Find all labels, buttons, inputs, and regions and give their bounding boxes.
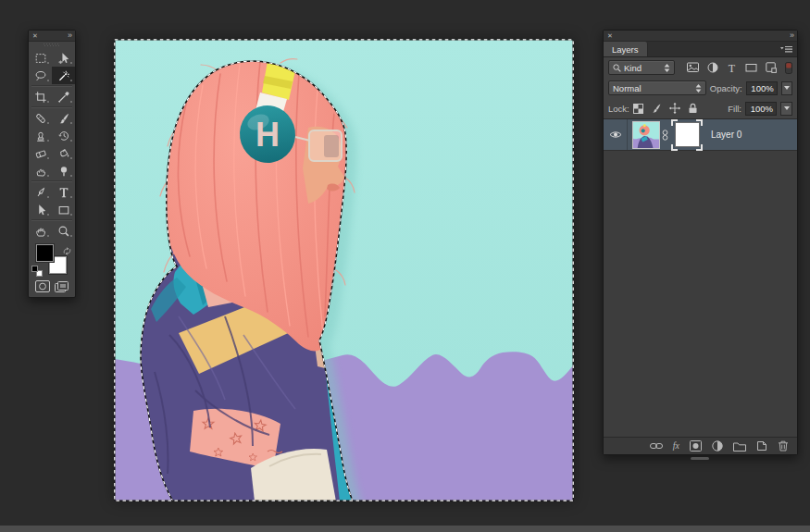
dodge-icon xyxy=(57,165,70,178)
filter-kind-dropdown[interactable]: Kind xyxy=(608,60,675,75)
layer-mask-thumbnail[interactable] xyxy=(670,118,704,152)
spinner-icon xyxy=(664,64,670,72)
history-brush-tool[interactable] xyxy=(52,127,75,144)
add-layer-mask-icon[interactable] xyxy=(690,440,702,452)
lasso-icon xyxy=(34,69,47,82)
new-layer-icon[interactable] xyxy=(756,440,767,452)
tool-group-separator xyxy=(31,106,72,108)
type-tool[interactable] xyxy=(52,183,75,201)
tools-panel-titlebar: ✕ » xyxy=(29,31,75,42)
opacity-label: Opacity: xyxy=(710,83,742,93)
fill-value[interactable]: 100% xyxy=(745,102,777,116)
path-selection-tool[interactable] xyxy=(29,201,52,218)
brush-icon xyxy=(57,112,70,125)
smudge-icon xyxy=(34,165,47,178)
lock-icons xyxy=(633,103,698,114)
history-brush-icon xyxy=(57,130,70,142)
close-icon[interactable]: ✕ xyxy=(32,32,38,39)
eye-icon xyxy=(609,130,622,139)
layers-bottom-bar: fx xyxy=(604,437,797,454)
eyedropper-tool[interactable] xyxy=(52,88,75,105)
rectangular-marquee-icon xyxy=(34,52,47,65)
filter-adjustment-layers-icon[interactable] xyxy=(707,62,718,73)
quick-mask-mode-icon[interactable] xyxy=(35,279,50,296)
filter-type-layers-icon[interactable]: T xyxy=(727,62,737,73)
zoom-tool[interactable] xyxy=(52,222,75,240)
screen-mode-icon[interactable] xyxy=(55,279,69,296)
layers-panel-titlebar: ✕ » xyxy=(604,31,797,42)
tab-layers[interactable]: Layers xyxy=(604,42,648,56)
lasso-tool[interactable] xyxy=(29,67,52,84)
filter-smart-objects-icon[interactable] xyxy=(766,62,777,73)
dodge-tool[interactable] xyxy=(52,162,75,179)
layer-name[interactable]: Layer 0 xyxy=(711,130,741,140)
default-colors-icon[interactable] xyxy=(31,266,43,277)
zoom-icon xyxy=(57,225,70,238)
spinner-icon xyxy=(695,84,702,93)
eraser-tool[interactable] xyxy=(29,144,52,162)
panel-drag-grip[interactable] xyxy=(29,42,75,48)
eyedropper-icon xyxy=(57,91,70,104)
quick-selection-icon xyxy=(57,69,70,82)
lock-position-icon[interactable] xyxy=(669,103,680,114)
fill-dropdown-button[interactable] xyxy=(780,102,792,116)
layer-visibility-toggle[interactable] xyxy=(604,119,628,150)
document-canvas[interactable]: H xyxy=(114,39,574,501)
rectangular-marquee-tool[interactable] xyxy=(29,49,52,67)
collapse-panel-icon[interactable]: » xyxy=(68,31,71,40)
headphone-letter: H xyxy=(255,116,280,154)
tool-group-separator xyxy=(31,85,72,87)
panel-resize-handle[interactable] xyxy=(691,457,709,460)
spot-healing-brush-tool[interactable] xyxy=(29,109,52,127)
filter-shape-layers-icon[interactable] xyxy=(745,62,757,73)
smudge-tool[interactable] xyxy=(29,162,52,179)
blend-mode-dropdown[interactable]: Normal xyxy=(608,80,706,95)
filter-toggle-switch[interactable] xyxy=(785,62,792,74)
lock-label: Lock: xyxy=(608,104,629,114)
layer-row[interactable]: Layer 0 xyxy=(604,119,797,151)
clone-stamp-tool[interactable] xyxy=(29,127,52,144)
filter-type-icons: T xyxy=(687,62,792,74)
lock-transparency-icon[interactable] xyxy=(633,104,643,114)
tools-panel: ✕ » xyxy=(28,30,76,298)
move-tool[interactable] xyxy=(52,49,75,67)
new-group-icon[interactable] xyxy=(733,441,746,452)
fill-label: Fill: xyxy=(728,104,741,114)
layer-style-icon[interactable]: fx xyxy=(673,441,679,451)
mask-link-icon[interactable] xyxy=(662,130,668,141)
layers-panel: ✕ » Layers Kind T Normal Op xyxy=(603,30,798,455)
lock-all-icon[interactable] xyxy=(688,103,698,114)
filter-kind-label: Kind xyxy=(624,63,642,73)
brush-tool[interactable] xyxy=(52,109,75,127)
search-icon xyxy=(613,64,621,72)
filter-pixel-layers-icon[interactable] xyxy=(687,62,699,73)
paint-bucket-tool[interactable] xyxy=(52,144,75,162)
opacity-dropdown-button[interactable] xyxy=(781,81,792,95)
layer-thumbnail[interactable] xyxy=(632,121,660,149)
new-adjustment-layer-icon[interactable] xyxy=(712,440,723,452)
color-swatches xyxy=(29,241,75,278)
collapse-panel-icon[interactable]: » xyxy=(790,31,793,40)
close-icon[interactable]: ✕ xyxy=(607,32,613,39)
layer-list: Layer 0 xyxy=(604,118,797,437)
opacity-value[interactable]: 100% xyxy=(746,81,778,95)
delete-layer-icon[interactable] xyxy=(778,440,789,452)
photoshop-workspace: { "titlebar": { "close_glyph": "✕", "col… xyxy=(0,0,810,532)
tool-group-separator xyxy=(31,180,72,182)
link-layers-icon[interactable] xyxy=(650,442,663,450)
pen-tool[interactable] xyxy=(29,183,52,201)
foreground-color-swatch[interactable] xyxy=(36,244,54,262)
lock-pixels-icon[interactable] xyxy=(651,103,662,114)
swap-colors-icon[interactable] xyxy=(63,242,71,259)
lock-row: Lock: Fill: 100% xyxy=(604,98,797,118)
panel-menu-icon[interactable] xyxy=(780,42,797,56)
crop-tool[interactable] xyxy=(29,88,52,105)
quick-selection-tool[interactable] xyxy=(52,67,75,84)
taskbar-strip xyxy=(0,526,810,532)
hand-tool[interactable] xyxy=(29,222,52,240)
blend-mode-value: Normal xyxy=(613,83,642,93)
blend-mode-row: Normal Opacity: 100% xyxy=(604,78,797,98)
crop-icon xyxy=(34,91,47,104)
paint-bucket-icon xyxy=(57,147,70,160)
rectangle-tool[interactable] xyxy=(52,201,75,218)
